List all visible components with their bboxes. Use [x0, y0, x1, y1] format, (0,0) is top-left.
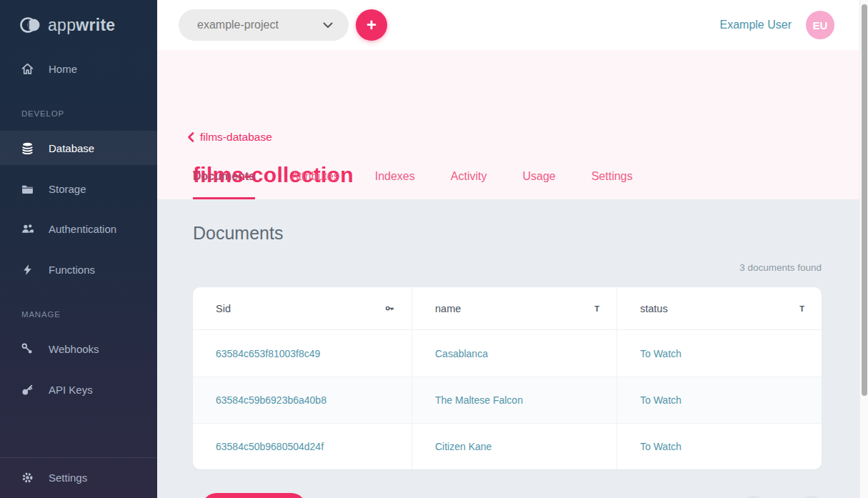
topbar: example-project + Example User EU — [157, 0, 859, 50]
chevron-down-icon — [323, 22, 333, 29]
sidebar-item-database[interactable]: Database — [0, 131, 157, 165]
sidebar-item-label: Webhooks — [49, 343, 99, 355]
sidebar: appwrite Home DEVELOP Database Storage A… — [0, 0, 157, 498]
documents-table: Sid name T status T 63584c653f81003f8c49… — [193, 287, 822, 469]
tab-documents[interactable]: Documents — [193, 170, 255, 199]
section-title: Documents — [193, 223, 283, 244]
cell-name[interactable]: The Maltese Falcon — [412, 377, 617, 423]
gear-icon — [21, 472, 34, 484]
sidebar-item-label: Home — [49, 63, 77, 75]
tab-usage[interactable]: Usage — [522, 170, 555, 199]
sidebar-item-storage[interactable]: Storage — [0, 171, 157, 206]
sidebar-section-develop: DEVELOP — [21, 109, 64, 118]
column-header-name[interactable]: name T — [412, 287, 617, 330]
sidebar-divider — [0, 457, 157, 458]
text-type-icon: T — [799, 304, 804, 313]
project-selector[interactable]: example-project — [179, 9, 349, 41]
tab-activity[interactable]: Activity — [451, 170, 487, 199]
table-row[interactable]: 63584c59b6923b6a40b8 The Maltese Falcon … — [193, 377, 822, 423]
link-icon — [21, 343, 34, 355]
sidebar-item-api-keys[interactable]: API Keys — [0, 372, 157, 407]
sidebar-item-settings[interactable]: Settings — [0, 460, 157, 494]
breadcrumb-label: films-database — [200, 131, 272, 144]
chevron-left-icon — [187, 132, 194, 142]
folder-icon — [21, 183, 34, 195]
user-area: Example User EU — [720, 0, 834, 50]
main-content: Documents 3 documents found Sid name T s… — [157, 199, 859, 498]
cell-status[interactable]: To Watch — [617, 424, 822, 469]
sidebar-item-label: Storage — [49, 183, 86, 195]
key-icon — [385, 304, 394, 313]
appwrite-logo-text: appwrite — [48, 16, 115, 35]
documents-count: 3 documents found — [739, 262, 822, 273]
cell-status[interactable]: To Watch — [617, 330, 822, 377]
tab-bar: Documents Attributes Indexes Activity Us… — [193, 170, 633, 199]
avatar[interactable]: EU — [806, 11, 834, 39]
tab-settings[interactable]: Settings — [592, 170, 633, 199]
appwrite-logo[interactable]: appwrite — [20, 14, 115, 36]
create-button[interactable]: + — [356, 9, 387, 41]
cell-document-id[interactable]: 63584c653f81003f8c49 — [193, 330, 412, 377]
sidebar-section-manage: MANAGE — [21, 310, 61, 319]
table-row[interactable]: 63584c653f81003f8c49 Casablanca To Watch — [193, 330, 822, 377]
cell-name[interactable]: Casablanca — [412, 330, 617, 377]
sidebar-item-label: API Keys — [49, 384, 93, 396]
column-header-status[interactable]: status T — [617, 287, 822, 330]
lightning-icon — [21, 264, 34, 276]
project-selector-value: example-project — [197, 19, 279, 31]
add-document-button[interactable] — [202, 493, 306, 498]
sidebar-item-webhooks[interactable]: Webhooks — [0, 332, 157, 366]
home-icon — [21, 63, 34, 75]
table-header-row: Sid name T status T — [193, 287, 822, 330]
column-header-sid[interactable]: Sid — [193, 287, 412, 330]
text-type-icon: T — [594, 304, 599, 313]
appwrite-logo-icon — [20, 14, 41, 36]
cell-name[interactable]: Citizen Kane — [412, 424, 617, 469]
tab-indexes[interactable]: Indexes — [375, 170, 415, 199]
user-name[interactable]: Example User — [720, 19, 792, 31]
sidebar-item-home[interactable]: Home — [0, 51, 157, 86]
table-row[interactable]: 63584c50b9680504d24f Citizen Kane To Wat… — [193, 423, 822, 469]
sidebar-item-label: Database — [49, 142, 94, 154]
sidebar-item-label: Settings — [49, 472, 87, 484]
key-icon — [21, 384, 34, 396]
sidebar-item-functions[interactable]: Functions — [0, 252, 157, 287]
sidebar-item-label: Authentication — [49, 223, 116, 235]
tab-attributes[interactable]: Attributes — [291, 170, 339, 199]
sidebar-item-label: Functions — [49, 264, 95, 276]
cell-document-id[interactable]: 63584c50b9680504d24f — [193, 424, 412, 469]
page-scrollbar[interactable] — [859, 0, 868, 498]
database-icon — [21, 142, 34, 154]
cell-document-id[interactable]: 63584c59b6923b6a40b8 — [193, 377, 412, 423]
cell-status[interactable]: To Watch — [617, 377, 822, 423]
users-icon — [21, 223, 34, 235]
scrollbar-thumb[interactable] — [862, 4, 867, 396]
breadcrumb[interactable]: films-database — [187, 131, 272, 144]
sidebar-item-authentication[interactable]: Authentication — [0, 211, 157, 246]
page-header: films-database films-collection Document… — [157, 50, 859, 199]
